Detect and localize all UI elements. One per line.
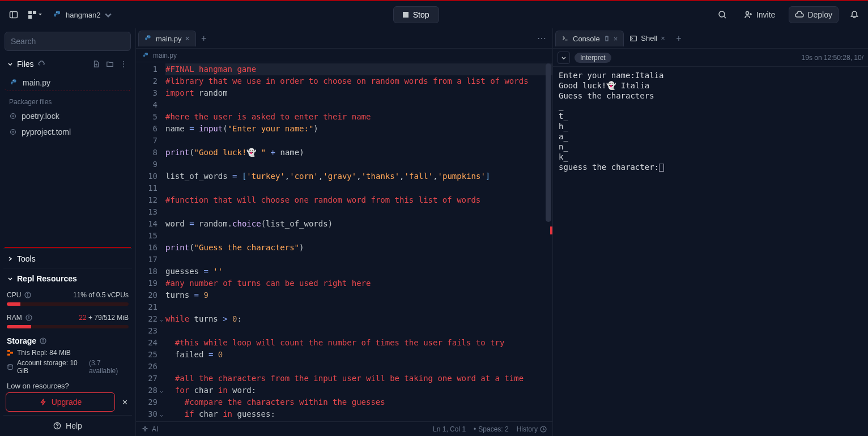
database-icon — [7, 364, 14, 370]
svg-rect-3 — [33, 11, 36, 14]
help-label: Help — [66, 421, 82, 430]
main-content: Search Files ⋮ main.py Packager files po… — [0, 28, 868, 436]
file-item[interactable]: pyproject.toml — [3, 124, 132, 140]
storage-this-repl: This Repl: 84 MiB — [7, 348, 129, 358]
invite-label: Invite — [756, 10, 775, 19]
collapse-button[interactable] — [558, 52, 570, 64]
storage-account: Account storage: 10 GiB (3.7 available) — [7, 358, 129, 376]
new-tab-button[interactable]: + — [196, 33, 212, 44]
svg-point-13 — [13, 80, 14, 80]
file-item[interactable]: poetry.lock — [3, 108, 132, 124]
cpu-label: CPU — [7, 291, 21, 299]
interpret-badge[interactable]: Interpret — [575, 53, 611, 63]
file-name: pyproject.toml — [22, 127, 71, 136]
svg-rect-4 — [28, 15, 32, 19]
stop-button[interactable]: Stop — [393, 6, 439, 23]
ram-row: RAM 22 + 79/512 MiB — [3, 311, 132, 324]
project-name: hangman2 — [66, 11, 100, 19]
invite-button[interactable]: Invite — [738, 7, 781, 23]
deploy-button[interactable]: Deploy — [789, 6, 839, 23]
scrollbar[interactable] — [546, 63, 551, 222]
search-button[interactable] — [714, 7, 730, 23]
tab-shell[interactable]: Shell × — [624, 31, 671, 46]
upgrade-label: Upgrade — [52, 397, 82, 407]
cpu-value: 11% of 0.5 vCPUs — [73, 291, 129, 299]
svg-rect-2 — [28, 11, 32, 14]
history-button[interactable]: History — [517, 425, 547, 433]
tab-close-button[interactable]: × — [185, 35, 190, 42]
svg-point-23 — [28, 316, 29, 317]
new-file-button[interactable] — [91, 59, 101, 69]
code-editor[interactable]: 1234567891011121314151617181920212223242… — [136, 62, 552, 421]
run-time-label: 19s on 12:50:28, 10/ — [802, 54, 863, 62]
ram-used: 22 — [79, 314, 86, 322]
tab-main-py[interactable]: main.py × — [138, 31, 196, 46]
editor-menu-button[interactable]: ⋯ — [531, 33, 552, 44]
svg-point-8 — [746, 12, 748, 15]
upgrade-button[interactable]: Upgrade — [6, 392, 115, 412]
low-resources-text: Low on resources? — [3, 378, 132, 392]
notifications-button[interactable] — [846, 7, 862, 23]
new-console-tab-button[interactable]: + — [671, 33, 687, 44]
sidebar: Search Files ⋮ main.py Packager files po… — [0, 28, 136, 436]
error-marker — [550, 226, 552, 234]
breadcrumb[interactable]: main.py — [136, 49, 552, 62]
files-header[interactable]: Files ⋮ — [3, 54, 132, 72]
sparkle-icon — [142, 426, 148, 433]
svg-point-17 — [12, 131, 14, 133]
svg-point-33 — [147, 36, 148, 36]
trash-icon[interactable] — [603, 35, 610, 42]
info-icon[interactable] — [24, 292, 31, 298]
console-panel: Console × Shell × + Interpret 19s on 12:… — [553, 28, 868, 436]
console-close-button[interactable]: × — [614, 35, 618, 43]
svg-point-32 — [57, 428, 58, 428]
info-icon[interactable] — [40, 337, 46, 344]
replit-icon — [7, 349, 14, 356]
help-icon — [53, 422, 61, 430]
lightning-icon — [39, 398, 47, 406]
packager-label: Packager files — [3, 95, 132, 108]
svg-rect-0 — [10, 12, 18, 18]
svg-rect-28 — [10, 352, 13, 353]
cpu-bar — [7, 302, 129, 306]
ai-button[interactable]: AI — [142, 425, 158, 433]
svg-point-26 — [43, 339, 44, 340]
svg-point-5 — [56, 12, 57, 12]
chevron-down-icon — [561, 55, 567, 61]
resources-toggle[interactable]: Repl Resources — [3, 268, 132, 289]
project-selector[interactable]: hangman2 — [49, 8, 117, 22]
statusbar: AI Ln 1, Col 1 • Spaces: 2 History — [136, 421, 552, 436]
svg-line-7 — [724, 16, 726, 18]
console-output[interactable]: Enter your name:Italia Good luck!👻 Itali… — [553, 67, 868, 436]
help-button[interactable]: Help — [3, 415, 132, 436]
console-subheader: Interpret 19s on 12:50:28, 10/ — [553, 49, 868, 67]
line-gutter: 1234567891011121314151617181920212223242… — [136, 62, 163, 421]
info-icon[interactable] — [25, 314, 32, 321]
search-input[interactable]: Search — [5, 32, 131, 51]
file-name: poetry.lock — [22, 112, 59, 121]
panel-toggle-button[interactable] — [6, 7, 22, 23]
code-content[interactable]: #FINAL hangman game#library that we use … — [163, 62, 552, 421]
storage-label: Storage — [7, 336, 36, 345]
config-icon — [9, 128, 17, 136]
layout-menu-button[interactable] — [27, 7, 43, 23]
stop-icon — [403, 12, 409, 18]
indent-setting[interactable]: • Spaces: 2 — [474, 425, 509, 433]
new-folder-button[interactable] — [105, 59, 115, 69]
tab-console[interactable]: Console × — [555, 31, 624, 46]
topbar: hangman2 Stop Invite Deploy — [0, 1, 868, 28]
file-item[interactable]: main.py — [5, 75, 131, 91]
shell-icon — [629, 35, 637, 42]
cursor-position[interactable]: Ln 1, Col 1 — [433, 425, 466, 433]
python-icon — [143, 52, 150, 59]
tools-toggle[interactable]: Tools — [3, 248, 132, 268]
config-icon — [9, 112, 17, 120]
storage-block: Storage This Repl: 84 MiB Account storag… — [3, 334, 132, 378]
upgrade-dismiss-button[interactable]: ✕ — [120, 398, 130, 407]
ram-label: RAM — [7, 314, 22, 322]
run-button-label: Stop — [413, 10, 429, 19]
shell-close-button[interactable]: × — [661, 34, 665, 42]
resources-label: Repl Resources — [17, 274, 77, 283]
files-menu-button[interactable]: ⋮ — [118, 59, 129, 69]
svg-point-15 — [12, 116, 14, 117]
